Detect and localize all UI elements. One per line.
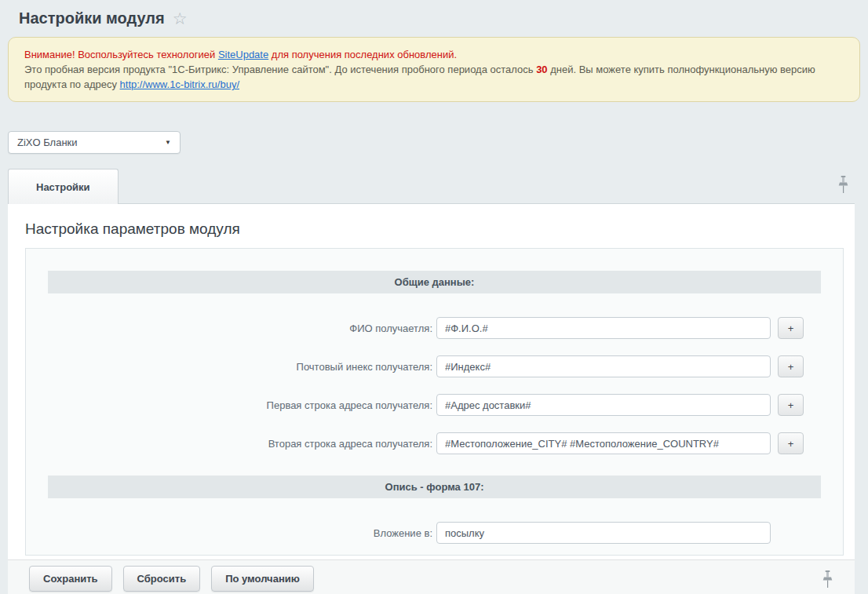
form-row: ФИО получаетля: +	[26, 317, 843, 339]
default-button[interactable]: По умолчанию	[211, 566, 314, 592]
settings-panel: Общие данные: ФИО получаетля: + Почтовый…	[25, 248, 844, 556]
attachment-input[interactable]	[436, 522, 771, 544]
pin-icon[interactable]	[822, 570, 833, 591]
buy-link[interactable]: http://www.1c-bitrix.ru/buy/	[120, 78, 239, 90]
form-row: Вложение в:	[26, 522, 843, 544]
reset-button[interactable]: Сбросить	[123, 566, 201, 592]
favorite-star-icon[interactable]: ☆	[173, 10, 188, 27]
module-select-value: ZiXO Бланки	[17, 137, 78, 148]
page-header: Настройки модуля ☆	[0, 0, 868, 30]
tab-bar: Настройки	[0, 168, 868, 203]
postal-index-input[interactable]	[436, 355, 771, 377]
form-heading: Настройка параметров модуля	[8, 204, 855, 248]
address-line1-input[interactable]	[436, 394, 771, 416]
module-select[interactable]: ZiXO Бланки ▼	[8, 131, 181, 154]
page-title: Настройки модуля	[19, 9, 165, 27]
pin-icon[interactable]	[838, 176, 848, 196]
save-button[interactable]: Сохранить	[29, 566, 112, 592]
section-header-general: Общие данные:	[48, 271, 821, 293]
add-button[interactable]: +	[778, 394, 804, 416]
fio-input[interactable]	[436, 317, 771, 339]
form-row: Вторая строка адреса получателя: +	[26, 432, 843, 454]
tab-settings[interactable]: Настройки	[8, 169, 119, 204]
field-label-fio: ФИО получаетля:	[26, 323, 436, 334]
address-line2-input[interactable]	[436, 432, 771, 454]
add-button[interactable]: +	[778, 317, 804, 339]
notice-warning-line: Внимание! Воспользуйтесь технологией Sit…	[24, 47, 844, 62]
form-row: Первая строка адреса получателя: +	[26, 394, 843, 416]
chevron-down-icon: ▼	[165, 139, 171, 146]
field-label-index: Почтовый инекс получателя:	[26, 361, 436, 373]
module-select-row: ZiXO Бланки ▼	[8, 131, 868, 154]
settings-content: Настройка параметров модуля Общие данные…	[8, 203, 855, 559]
trial-notice: Внимание! Воспользуйтесь технологией Sit…	[8, 37, 860, 102]
footer-buttonbar: Сохранить Сбросить По умолчанию	[8, 559, 855, 594]
notice-trial-line: Это пробная версия продукта "1С-Битрикс:…	[24, 62, 844, 92]
section-header-opis: Опись - форма 107:	[48, 476, 821, 498]
field-label-address2: Вторая строка адреса получателя:	[26, 438, 436, 450]
field-label-attachment: Вложение в:	[26, 527, 436, 539]
siteupdate-link[interactable]: SiteUpdate	[218, 49, 268, 60]
add-button[interactable]: +	[778, 432, 804, 454]
form-row: Почтовый инекс получателя: +	[26, 355, 843, 377]
add-button[interactable]: +	[778, 355, 804, 377]
field-label-address1: Первая строка адреса получателя:	[26, 399, 436, 411]
days-remaining: 30	[536, 64, 547, 75]
